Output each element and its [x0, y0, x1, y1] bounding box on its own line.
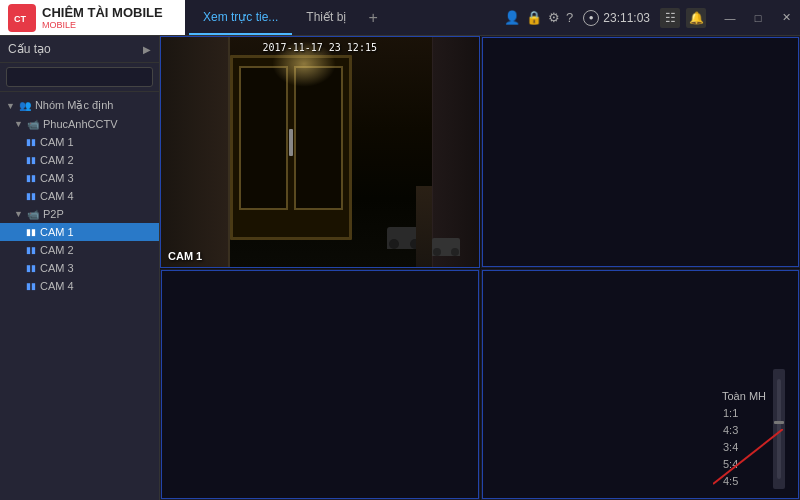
cam-phuc-4[interactable]: ▮▮ CAM 4 [0, 187, 159, 205]
folder-phucanhcctv-label: PhucAnhCCTV [43, 118, 118, 130]
add-tab-button[interactable]: + [360, 0, 385, 35]
video-timestamp: 2017-11-17 23 12:15 [263, 42, 377, 53]
camera-icon: ▮▮ [26, 263, 36, 273]
window-controls: — □ ✕ [716, 0, 800, 36]
group-default: ▼ 👥 Nhóm Mặc định ▼ 📹 PhucAnhCCTV ▮▮ CAM… [0, 96, 159, 295]
clock-display: ● 23:11:03 [583, 10, 650, 26]
lock-icon[interactable]: 🔒 [526, 10, 542, 25]
cam-phuc-3[interactable]: ▮▮ CAM 3 [0, 169, 159, 187]
group-default-label: Nhóm Mặc định [35, 99, 113, 112]
help-icon[interactable]: ? [566, 10, 573, 25]
sidebar: Cấu tạo ▶ ▼ 👥 Nhóm Mặc định ▼ 📹 PhucAnhC… [0, 36, 160, 500]
logo-text: CHIÊM TÀI MOBILE MOBILE [42, 5, 163, 30]
folder-p2p-label: P2P [43, 208, 64, 220]
cam1-label: CAM 1 [168, 250, 202, 262]
grid-icon[interactable]: ☷ [660, 8, 680, 28]
cam-p2p-4[interactable]: ▮▮ CAM 4 [0, 277, 159, 295]
sidebar-title: Cấu tạo [8, 42, 51, 56]
close-button[interactable]: ✕ [772, 0, 800, 36]
folder-phucanhcctv[interactable]: ▼ 📹 PhucAnhCCTV [0, 115, 159, 133]
user-icon[interactable]: 👤 [504, 10, 520, 25]
camera-icon: ▮▮ [26, 155, 36, 165]
main-layout: Cấu tạo ▶ ▼ 👥 Nhóm Mặc định ▼ 📹 PhucAnhC… [0, 36, 800, 500]
logo-icon: CT [8, 4, 36, 32]
settings-icon[interactable]: ⚙ [548, 10, 560, 25]
cam-border [482, 37, 800, 267]
logo-area: CT CHIÊM TÀI MOBILE MOBILE [0, 0, 185, 35]
aspect-4-5[interactable]: 4:5 [719, 473, 769, 489]
camera-icon: ▮▮ [26, 191, 36, 201]
topbar-icons: 👤 🔒 ⚙ ? [504, 10, 573, 25]
arrow-icon: ▼ [6, 101, 15, 111]
cam-p2p-1[interactable]: ▮▮ CAM 1 [0, 223, 159, 241]
group-default-header[interactable]: ▼ 👥 Nhóm Mặc định [0, 96, 159, 115]
aspect-1-1[interactable]: 1:1 [719, 405, 769, 421]
aspect-panel: Toàn MH 1:1 4:3 3:4 5:4 4:5 [719, 388, 769, 489]
cam-border [161, 270, 479, 500]
group-icon: 👥 [19, 100, 31, 111]
aspect-4-3[interactable]: 4:3 [719, 422, 769, 438]
cctv-feed: 2017-11-17 23 12:15 CAM 1 [160, 36, 480, 268]
cam-phuc-2[interactable]: ▮▮ CAM 2 [0, 151, 159, 169]
camera-icon: ▮▮ [26, 245, 36, 255]
arrow-icon: ▼ [14, 119, 23, 129]
notif-icons: ☷ 🔔 [660, 8, 706, 28]
folder-icon: 📹 [27, 209, 39, 220]
sidebar-tree: ▼ 👥 Nhóm Mặc định ▼ 📹 PhucAnhCCTV ▮▮ CAM… [0, 92, 159, 500]
aspect-3-4[interactable]: 3:4 [719, 439, 769, 455]
clock-icon: ● [583, 10, 599, 26]
app-title: CHIÊM TÀI MOBILE [42, 5, 163, 20]
nav-tabs: Xem trực tie... Thiết bị + [185, 0, 494, 35]
minimize-button[interactable]: — [716, 0, 744, 36]
app-subtitle: MOBILE [42, 20, 163, 30]
folder-icon: 📹 [27, 119, 39, 130]
camera-icon: ▮▮ [26, 173, 36, 183]
topbar: CT CHIÊM TÀI MOBILE MOBILE Xem trực tie.… [0, 0, 800, 36]
zoom-slider[interactable] [773, 369, 785, 489]
aspect-5-4[interactable]: 5:4 [719, 456, 769, 472]
cam-phuc-1[interactable]: ▮▮ CAM 1 [0, 133, 159, 151]
video-grid: 2017-11-17 23 12:15 CAM 1 Toàn MH 1:1 [160, 36, 800, 500]
aspect-header: Toàn MH [719, 388, 769, 404]
search-input[interactable] [6, 67, 153, 87]
video-cell-cam4[interactable]: Toàn MH 1:1 4:3 3:4 5:4 4:5 [481, 269, 801, 501]
sidebar-search-area [0, 63, 159, 92]
topbar-right: 👤 🔒 ⚙ ? ● 23:11:03 ☷ 🔔 [494, 8, 716, 28]
folder-p2p[interactable]: ▼ 📹 P2P [0, 205, 159, 223]
tab-device[interactable]: Thiết bị [292, 0, 360, 35]
video-cell-cam2[interactable] [481, 36, 801, 268]
scene [160, 36, 480, 268]
svg-text:CT: CT [14, 14, 26, 24]
tab-livestream[interactable]: Xem trực tie... [189, 0, 292, 35]
arrow-icon: ▼ [14, 209, 23, 219]
camera-icon: ▮▮ [26, 137, 36, 147]
video-cell-cam1[interactable]: 2017-11-17 23 12:15 CAM 1 [160, 36, 480, 268]
clock-time: 23:11:03 [603, 11, 650, 25]
bell-icon[interactable]: 🔔 [686, 8, 706, 28]
cam-p2p-2[interactable]: ▮▮ CAM 2 [0, 241, 159, 259]
sidebar-header: Cấu tạo ▶ [0, 36, 159, 63]
sidebar-collapse-arrow[interactable]: ▶ [143, 44, 151, 55]
content-area: 2017-11-17 23 12:15 CAM 1 Toàn MH 1:1 [160, 36, 800, 500]
camera-icon: ▮▮ [26, 281, 36, 291]
maximize-button[interactable]: □ [744, 0, 772, 36]
video-cell-cam3[interactable] [160, 269, 480, 501]
camera-icon: ▮▮ [26, 227, 36, 237]
cam-p2p-3[interactable]: ▮▮ CAM 3 [0, 259, 159, 277]
